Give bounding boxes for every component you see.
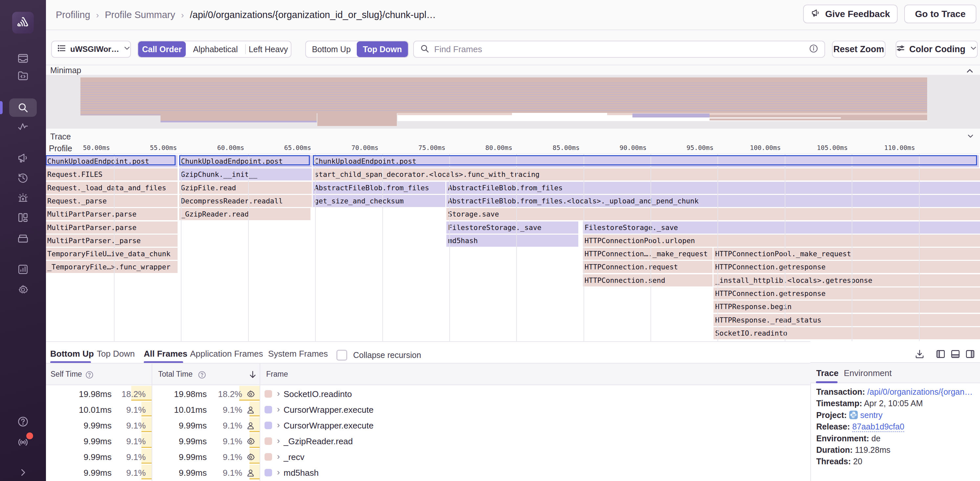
flame-frame[interactable]: _install_httplib.<locals>.getresponse	[713, 274, 980, 286]
tab-bottom-up[interactable]: Bottom Up	[50, 349, 94, 359]
direction-option-bottom-up[interactable]: Bottom Up	[306, 41, 357, 57]
sidebar-item-alerts[interactable]	[9, 189, 37, 207]
frame-name[interactable]: SocketIO.readinto	[283, 389, 352, 399]
sorting-option-alphabetical[interactable]: Alphabetical	[186, 41, 245, 57]
sidebar-item-traces[interactable]	[9, 117, 37, 135]
flame-frame[interactable]: MultiPartParser._parse	[46, 235, 178, 247]
sidebar-item-stats[interactable]	[9, 260, 37, 279]
flame-frame[interactable]: Request.FILES	[46, 168, 178, 181]
tab-trace[interactable]: Trace	[816, 368, 838, 378]
tab-environment[interactable]: Environment	[844, 368, 892, 378]
self-time-column-header[interactable]: Self Time	[51, 370, 82, 379]
flame-frame[interactable]: HTTPConnection.request	[583, 261, 713, 273]
flame-frame[interactable]: AbstractFileBlob.from_files.<locals>._up…	[446, 195, 980, 207]
flame-frame[interactable]: md5hash	[446, 235, 578, 247]
sorting-option-call-order[interactable]: Call Order	[138, 41, 186, 57]
sidebar-item-dashboards[interactable]	[9, 208, 37, 227]
tab-application-frames[interactable]: Application Frames	[190, 349, 263, 359]
sidebar-item-feedback[interactable]	[9, 149, 37, 167]
chevron-right-icon[interactable]: ›	[277, 467, 280, 478]
frame-column-header[interactable]: Frame	[266, 370, 288, 379]
flame-frame[interactable]: HTTPConnection.send	[583, 274, 713, 286]
breadcrumb-item[interactable]: Profile Summary	[105, 10, 175, 20]
flame-frame[interactable]: HTTPResponse.begin	[713, 300, 980, 313]
flame-frame[interactable]: HTTPResponse._read_status	[713, 314, 980, 326]
go-to-trace-button[interactable]: Go to Trace	[904, 5, 977, 23]
frame-table-row[interactable]: 9.99ms 9.1% 9.99ms 9.1% › _recv	[46, 449, 810, 465]
layout-right-icon[interactable]	[964, 348, 976, 361]
transaction-link[interactable]: /api/0/organizations/{organ…	[867, 387, 973, 396]
sidebar-item-settings[interactable]	[9, 281, 37, 299]
tab-all-frames[interactable]: All Frames	[144, 349, 188, 359]
layout-left-icon[interactable]	[935, 348, 946, 361]
frame-name[interactable]: _recv	[283, 452, 305, 462]
total-time-column-header[interactable]: Total Time	[158, 370, 192, 379]
flame-frame[interactable]: Request._parse	[46, 195, 178, 207]
sidebar-item-releases[interactable]	[9, 229, 37, 248]
flame-frame[interactable]: HTTPConnection.getresponse	[713, 261, 980, 273]
flame-frame[interactable]: SocketIO.readinto	[713, 327, 980, 339]
collapse-recursion-checkbox[interactable]	[336, 350, 347, 360]
frame-name[interactable]: md5hash	[283, 468, 319, 478]
frame-table-row[interactable]: 10.01ms 9.1% 10.01ms 9.1% › CursorWrappe…	[46, 402, 810, 418]
flame-frame[interactable]: MultiPartParser.parse	[46, 208, 178, 220]
breadcrumb-item[interactable]: Profiling	[56, 10, 90, 20]
flame-frame[interactable]: HTTPConnection.getresponse	[713, 287, 980, 300]
flamegraph-canvas[interactable]: ChunkUploadEndpoint.postChunkUploadEndpo…	[46, 154, 980, 341]
chevron-right-icon[interactable]: ›	[277, 436, 280, 446]
sidebar-collapse-toggle[interactable]	[9, 463, 37, 481]
chevron-right-icon[interactable]: ›	[277, 420, 280, 430]
frame-table-row[interactable]: 19.98ms 18.2% 19.98ms 18.2% › SocketIO.r…	[46, 386, 810, 402]
sidebar-item-help[interactable]	[9, 413, 37, 431]
tab-top-down[interactable]: Top Down	[97, 349, 135, 359]
thread-selector[interactable]: uWSGIWor…	[51, 41, 131, 58]
frame-name[interactable]: _GzipReader.read	[283, 437, 353, 446]
sidebar-item-explore[interactable]	[9, 67, 37, 85]
flame-frame[interactable]: DecompressReader.readall	[179, 195, 312, 207]
flame-frame[interactable]: get_size_and_checksum	[313, 195, 445, 207]
sort-arrow-down-icon[interactable]	[247, 370, 258, 382]
sorting-option-left-heavy[interactable]: Left Heavy	[246, 41, 291, 57]
direction-option-top-down[interactable]: Top Down	[357, 41, 408, 57]
frame-table-row[interactable]: 9.99ms 9.1% 9.99ms 9.1% › md5hash	[46, 465, 810, 480]
flame-frame[interactable]: HTTPConnectionPool.urlopen	[583, 235, 980, 247]
sidebar-item-search[interactable]	[9, 98, 37, 117]
reset-zoom-button[interactable]: Reset Zoom	[832, 41, 886, 58]
tab-system-frames[interactable]: System Frames	[268, 349, 328, 359]
chevron-right-icon[interactable]: ›	[277, 389, 280, 398]
sentry-logo[interactable]	[12, 12, 34, 33]
info-icon[interactable]	[809, 44, 819, 55]
frame-name[interactable]: CursorWrapper.execute	[283, 405, 374, 415]
chevron-right-icon[interactable]: ›	[277, 451, 280, 462]
minimap-canvas[interactable]	[46, 75, 980, 129]
frame-table-row[interactable]: 9.99ms 9.1% 9.99ms 9.1% › CursorWrapper.…	[46, 418, 810, 433]
flame-frame[interactable]: GzipFile.read	[179, 182, 312, 194]
flame-frame[interactable]: ChunkUploadEndpoint.post	[313, 155, 979, 167]
download-icon[interactable]	[914, 348, 925, 361]
frame-name[interactable]: CursorWrapper.execute	[283, 421, 374, 431]
flame-frame[interactable]: Storage.save	[446, 208, 980, 220]
flame-frame[interactable]: ChunkUploadEndpoint.post	[179, 155, 312, 167]
color-coding-button[interactable]: Color Coding	[896, 41, 978, 58]
give-feedback-button[interactable]: Give Feedback	[803, 5, 897, 23]
chevron-down-icon[interactable]	[966, 132, 975, 142]
find-frames-input[interactable]: Find Frames	[413, 41, 825, 58]
chevron-right-icon[interactable]: ›	[277, 404, 280, 414]
flame-frame[interactable]: FilestoreStorage._save	[446, 221, 578, 233]
frame-table-row[interactable]: 9.99ms 9.1% 9.99ms 9.1% › _GzipReader.re…	[46, 433, 810, 449]
flame-frame[interactable]: AbstractFileBlob.from_files	[446, 182, 980, 194]
sidebar-item-replays[interactable]	[9, 168, 37, 187]
flame-frame[interactable]: HTTPConnectionPool._make_request	[713, 248, 980, 260]
flame-frame[interactable]: Request._load_data_and_files	[46, 182, 178, 194]
flame-frame[interactable]: MultiPartParser.parse	[46, 221, 178, 233]
flame-frame[interactable]: start_child_span_decorator.<locals>.func…	[313, 168, 980, 181]
flame-frame[interactable]: AbstractFileBlob.from_files	[313, 182, 445, 194]
flame-frame[interactable]: GzipChunk.__init__	[179, 168, 312, 181]
flame-frame[interactable]: TemporaryFileU…ive_data_chunk	[46, 248, 178, 260]
flame-frame[interactable]: FilestoreStorage._save	[583, 221, 980, 233]
release-link[interactable]: 87aab1d9cfa0	[852, 422, 904, 432]
flame-frame[interactable]: _GzipReader.read	[179, 208, 310, 220]
sidebar-item-issues[interactable]	[9, 49, 37, 68]
project-link[interactable]: sentry	[860, 410, 883, 420]
flame-frame[interactable]: HTTPConnection…._make_request	[583, 248, 713, 260]
